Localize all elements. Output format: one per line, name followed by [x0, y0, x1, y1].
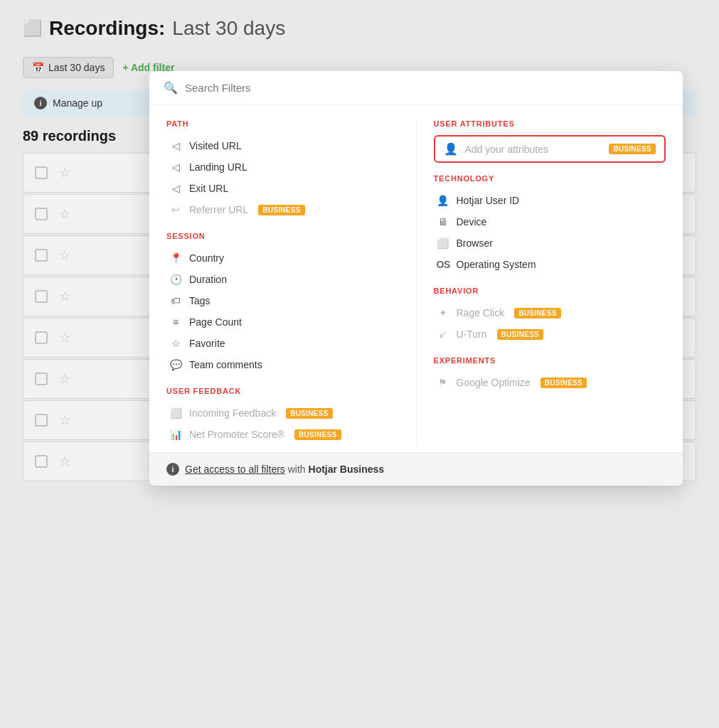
- os-icon: OS: [437, 259, 449, 270]
- get-access-link[interactable]: Get access to all filters: [185, 464, 285, 475]
- left-column: PATH ◁ Visited URL ◁ Landing URL ◁ Exit …: [149, 119, 417, 445]
- team-comments-item[interactable]: 💬 Team comments: [166, 354, 399, 375]
- exit-url-item[interactable]: ◁ Exit URL: [166, 178, 399, 199]
- hotjar-user-id-item[interactable]: 👤 Hotjar User ID: [434, 190, 666, 211]
- nav-icon-landing: ◁: [169, 161, 182, 173]
- uturn-icon: ↙: [437, 328, 449, 340]
- search-input[interactable]: [185, 82, 669, 94]
- rage-click-icon: ✦: [437, 307, 449, 318]
- referrer-business-badge: BUSINESS: [258, 205, 305, 215]
- browser-icon: ⬜: [437, 237, 449, 249]
- user-attr-icon: 👤: [444, 142, 458, 156]
- search-bar: 🔍: [149, 71, 683, 105]
- user-icon: 👤: [437, 195, 449, 206]
- comment-icon: 💬: [169, 359, 182, 370]
- google-optimize-badge: BUSINESS: [540, 378, 587, 388]
- nps-badge: BUSINESS: [294, 429, 341, 440]
- technology-section-title: TECHNOLOGY: [434, 174, 666, 183]
- page-count-item[interactable]: ≡ Page Count: [166, 311, 399, 333]
- os-item[interactable]: OS Operating System: [434, 254, 666, 275]
- incoming-feedback-item[interactable]: ⬜ Incoming Feedback BUSINESS: [166, 402, 399, 424]
- device-item[interactable]: 🖥 Device: [434, 211, 666, 232]
- star-icon: ☆: [169, 338, 182, 349]
- visited-url-item[interactable]: ◁ Visited URL: [166, 135, 399, 156]
- path-section-title: PATH: [166, 119, 399, 128]
- add-attributes-text: Add your attributes: [465, 144, 600, 155]
- pin-icon: 📍: [169, 252, 182, 264]
- duration-item[interactable]: 🕐 Duration: [166, 269, 399, 290]
- user-attributes-section-title: USER ATTRIBUTES: [434, 119, 666, 128]
- footer-info-icon: i: [166, 463, 179, 476]
- u-turn-item[interactable]: ↙ U-Turn BUSINESS: [434, 323, 666, 345]
- tags-item[interactable]: 🏷 Tags: [166, 290, 399, 311]
- chart-icon: 📊: [169, 429, 182, 440]
- favorite-item[interactable]: ☆ Favorite: [166, 333, 399, 354]
- feedback-icon: ⬜: [169, 407, 182, 419]
- dropdown-footer: i Get access to all filters with Hotjar …: [149, 452, 683, 486]
- nav-icon-exit: ◁: [169, 183, 182, 194]
- tag-icon: 🏷: [169, 295, 182, 306]
- behavior-section-title: BEHAVIOR: [434, 287, 666, 295]
- search-icon: 🔍: [164, 81, 178, 95]
- attributes-business-badge: BUSINESS: [609, 144, 656, 154]
- add-attributes-item[interactable]: 👤 Add your attributes BUSINESS: [434, 135, 666, 163]
- country-item[interactable]: 📍 Country: [166, 247, 399, 269]
- google-optimize-item[interactable]: ⚑ Google Optimize BUSINESS: [434, 372, 666, 393]
- clock-icon: 🕐: [169, 274, 182, 285]
- nav-icon-visited: ◁: [169, 140, 182, 151]
- share-icon: ↩: [169, 204, 182, 215]
- browser-item[interactable]: ⬜ Browser: [434, 232, 666, 254]
- monitor-icon: 🖥: [437, 216, 449, 228]
- referrer-url-item[interactable]: ↩ Referrer URL BUSINESS: [166, 199, 399, 220]
- filter-dropdown: 🔍 PATH ◁ Visited URL ◁ Landing URL ◁ Exi…: [149, 71, 683, 486]
- incoming-feedback-badge: BUSINESS: [286, 408, 333, 419]
- rage-click-item[interactable]: ✦ Rage Click BUSINESS: [434, 302, 666, 323]
- user-feedback-section-title: USER FEEDBACK: [166, 387, 399, 395]
- experiments-section-title: EXPERIMENTS: [434, 356, 666, 365]
- hotjar-business-label: Hotjar Business: [309, 464, 385, 475]
- layers-icon: ≡: [169, 316, 182, 328]
- u-turn-badge: BUSINESS: [497, 329, 544, 340]
- experiment-icon: ⚑: [437, 377, 449, 388]
- rage-click-badge: BUSINESS: [514, 308, 561, 318]
- nps-item[interactable]: 📊 Net Promoter Score® BUSINESS: [166, 424, 399, 445]
- right-column: USER ATTRIBUTES 👤 Add your attributes BU…: [417, 119, 683, 445]
- dropdown-body: PATH ◁ Visited URL ◁ Landing URL ◁ Exit …: [149, 105, 683, 452]
- session-section-title: SESSION: [166, 232, 399, 240]
- landing-url-item[interactable]: ◁ Landing URL: [166, 156, 399, 178]
